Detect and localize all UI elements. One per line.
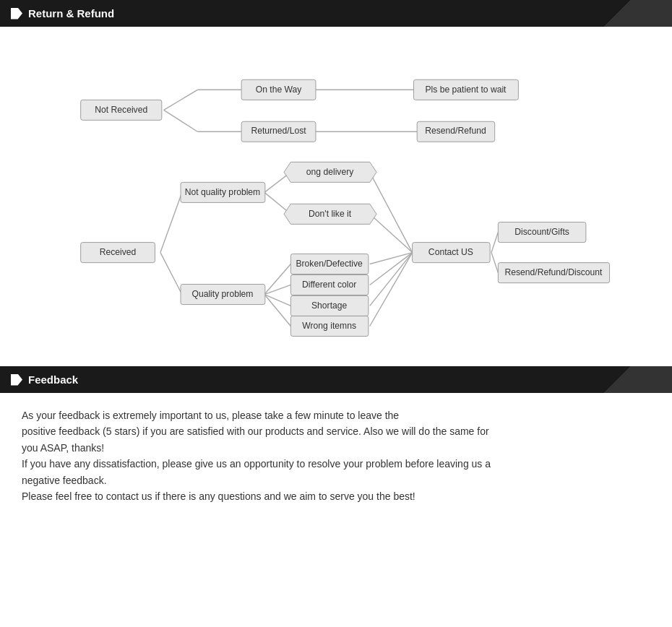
received-label: Received [100,247,137,257]
svg-line-13 [264,295,290,327]
svg-line-21 [491,253,498,273]
pls-wait-label: Pls be patient to wait [425,85,507,95]
svg-line-0 [164,90,198,110]
arrow-icon [11,8,22,20]
shortage-label: Shortage [311,300,348,311]
feedback-line2: positive feedback (5 stars) if you are s… [22,425,489,437]
feedback-line5: negative feedback. [22,475,107,486]
svg-line-19 [370,253,413,327]
long-delivery-label: ong delivery [306,167,354,177]
feedback-text: As your feedback is extremely important … [22,407,650,504]
feedback-section: As your feedback is extremely important … [0,393,672,526]
svg-line-18 [370,253,413,306]
on-the-way-label: On the Way [256,85,303,95]
return-refund-header: Return & Refund [0,0,672,27]
returned-lost-label: Returned/Lost [251,126,306,136]
svg-line-15 [370,214,413,252]
discount-gifts-label: Discount/Gifts [514,227,569,237]
feedback-line1: As your feedback is extremely important … [22,410,399,421]
return-refund-title: Return & Refund [28,7,114,20]
contact-us-label: Contact US [428,247,473,257]
feedback-line6: Please feel free to contact us if there … [22,490,415,502]
svg-line-17 [370,253,413,285]
svg-line-6 [160,192,182,252]
feedback-title: Feedback [28,373,78,386]
diagram-section: Not Received On the Way Returned/Lost Pl… [0,27,672,366]
quality-label: Quality problem [191,289,253,299]
dont-like-label: Don't like it [309,209,352,219]
svg-line-16 [370,253,413,264]
broken-label: Broken/Defective [296,259,363,269]
svg-line-12 [264,295,290,306]
feedback-arrow-icon [11,374,22,386]
not-received-label: Not Received [95,105,147,115]
not-quality-label: Not quality problem [185,187,261,197]
resend-refund-discount-label: Resend/Refund/Discount [505,267,603,277]
feedback-line4: If you have any dissatisfaction, please … [22,458,491,470]
svg-line-14 [370,172,413,252]
svg-line-2 [164,110,198,131]
svg-line-20 [491,233,498,253]
svg-line-7 [160,253,182,295]
diff-color-label: Different color [302,280,356,290]
resend-refund-label: Resend/Refund [425,126,486,136]
wrong-items-label: Wrong itemns [302,321,356,331]
feedback-header: Feedback [0,366,672,393]
feedback-line3: you ASAP, thanks! [22,442,104,454]
